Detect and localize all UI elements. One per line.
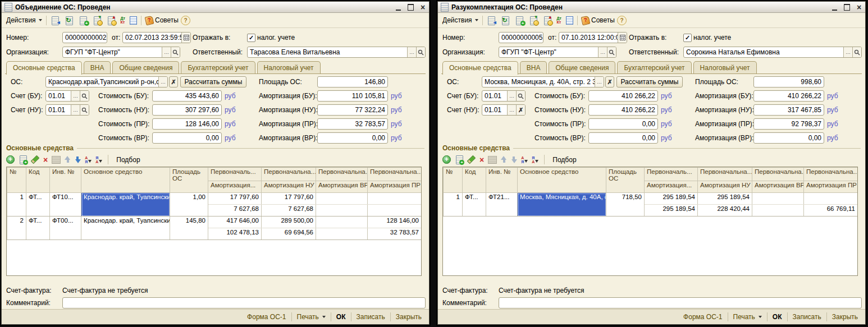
print-button[interactable]: Печать bbox=[728, 313, 767, 321]
amort-nu-field[interactable]: 77 322,24 bbox=[317, 104, 388, 116]
ellipsis-button[interactable]: … bbox=[71, 91, 80, 101]
cost-pr-field[interactable]: 0,00 bbox=[588, 118, 658, 130]
sort-asc-icon[interactable]: АЯ bbox=[85, 156, 92, 164]
dt-kt-button[interactable]: ДтКт bbox=[118, 15, 127, 26]
clear-icon[interactable]: ✗ bbox=[605, 76, 614, 87]
row-asset-selected[interactable]: Москва, Мясницкая, д. 40А, стр. 2 Здание… bbox=[518, 193, 606, 217]
move-up-icon[interactable] bbox=[65, 156, 71, 163]
col-amort-pr[interactable]: Амортизация ПР bbox=[804, 181, 858, 193]
col-num[interactable]: № bbox=[444, 168, 463, 193]
ellipsis-button[interactable]: … bbox=[598, 47, 607, 57]
write-document-button[interactable]: ◄ bbox=[48, 15, 62, 26]
refresh-button[interactable]: ↻ bbox=[499, 15, 513, 26]
col-area[interactable]: Площадь ОС bbox=[170, 168, 208, 193]
calendar-icon[interactable] bbox=[618, 33, 627, 43]
tab-general[interactable]: Общие сведения bbox=[112, 61, 179, 74]
col-asset[interactable]: Основное средство bbox=[518, 168, 606, 193]
search-icon[interactable] bbox=[80, 105, 89, 115]
col-amort-vr[interactable]: Амортизация ВР bbox=[316, 181, 368, 193]
search-icon[interactable] bbox=[171, 47, 180, 57]
date-field[interactable]: 02.07.2013 23:59:59 bbox=[122, 32, 191, 43]
number-field[interactable]: 00000000002 bbox=[62, 32, 107, 43]
maximize-button[interactable] bbox=[843, 4, 850, 11]
col-initial-vr[interactable]: Первоначальна... bbox=[752, 168, 804, 181]
account-nu-field[interactable]: 01.01 … bbox=[45, 104, 89, 116]
ok-button[interactable]: ОК bbox=[768, 313, 787, 321]
actions-menu-button[interactable]: Действия bbox=[4, 15, 44, 26]
search-icon[interactable] bbox=[80, 91, 89, 101]
os-field[interactable]: Москва, Мясницкая, д. 40А, стр. 2 3 … bbox=[482, 76, 604, 87]
tips-button[interactable]: ? Советы bbox=[579, 15, 617, 26]
edit-row-icon[interactable] bbox=[31, 155, 40, 164]
assets-table[interactable]: № Код Инв. № Основное средство Площадь О… bbox=[442, 167, 858, 276]
ellipsis-button[interactable]: … bbox=[162, 47, 171, 57]
responsible-field[interactable]: Сорокина Наталья Ефимовна … bbox=[683, 47, 862, 58]
ellipsis-button[interactable]: … bbox=[507, 91, 516, 101]
col-num[interactable]: № bbox=[7, 168, 26, 193]
copy-button[interactable]: + bbox=[76, 15, 90, 26]
col-amort-pr[interactable]: Амортизация ПР bbox=[368, 181, 422, 193]
move-up-icon[interactable] bbox=[501, 156, 507, 163]
post-button[interactable]: ▼ bbox=[527, 15, 541, 26]
tab-general[interactable]: Общие сведения bbox=[549, 61, 615, 74]
number-field[interactable]: 00000000005 bbox=[499, 32, 543, 43]
cost-vr-field[interactable]: 0,00 bbox=[152, 132, 222, 144]
form-os1-button[interactable]: Форма ОС-1 bbox=[242, 313, 291, 321]
tab-fixed-assets[interactable]: Основные средства bbox=[442, 61, 518, 75]
os-field[interactable]: Краснодар.край,Туапсинский р-он,с … bbox=[45, 76, 168, 87]
post-button[interactable]: ▼ bbox=[90, 15, 104, 26]
tab-vna[interactable]: ВНА bbox=[520, 61, 547, 74]
table-row[interactable]: 1 ФТ... ФТ21... Москва, Мясницкая, д. 40… bbox=[444, 193, 858, 205]
col-inv[interactable]: Инв. № bbox=[486, 168, 518, 193]
actions-menu-button[interactable]: Действия bbox=[440, 15, 481, 26]
ellipsis-button[interactable]: … bbox=[507, 105, 516, 115]
cost-pr-field[interactable]: 128 146,00 bbox=[152, 118, 222, 130]
table-row[interactable]: 2 ФТ... ФТ00... Краснодар. край, Туапсин… bbox=[7, 217, 422, 228]
refresh-button[interactable]: ↻ bbox=[62, 15, 76, 26]
help-icon[interactable]: ? bbox=[181, 16, 190, 25]
maximize-button[interactable] bbox=[407, 4, 414, 11]
delete-row-icon[interactable]: × bbox=[479, 156, 484, 164]
account-nu-field[interactable]: 01.01 … ✗ bbox=[482, 104, 526, 116]
delete-row-icon[interactable]: × bbox=[43, 156, 48, 164]
save-button[interactable]: Записать bbox=[351, 313, 390, 321]
cost-bu-field[interactable]: 435 443,60 bbox=[152, 90, 222, 102]
amort-bu-field[interactable]: 110 105,81 bbox=[317, 90, 388, 102]
close-button[interactable]: × bbox=[856, 4, 862, 11]
ellipsis-button[interactable]: … bbox=[595, 77, 604, 87]
responsible-field[interactable]: Тарасова Елена Витальевна … bbox=[247, 47, 426, 58]
unpost-button[interactable]: ▲ bbox=[541, 15, 555, 26]
area-field[interactable]: 998,60 bbox=[753, 76, 824, 87]
add-row-icon[interactable]: + bbox=[6, 155, 15, 164]
move-down-icon[interactable] bbox=[75, 156, 81, 163]
amort-nu-field[interactable]: 317 467,85 bbox=[753, 104, 824, 116]
sort-desc-icon[interactable]: ЯА bbox=[532, 156, 538, 164]
col-initial-nu[interactable]: Первоначальна... bbox=[262, 168, 316, 181]
journal-button[interactable] bbox=[127, 15, 139, 26]
amort-vr-field[interactable]: 0,00 bbox=[753, 132, 824, 144]
copy-row-icon[interactable]: + bbox=[455, 155, 463, 164]
end-edit-icon[interactable] bbox=[488, 156, 497, 164]
calculate-sums-button[interactable]: Рассчитать суммы bbox=[180, 76, 246, 87]
col-amort-vr[interactable]: Амортизация ВР bbox=[752, 181, 804, 193]
sort-desc-icon[interactable]: ЯА bbox=[95, 156, 102, 164]
titlebar[interactable]: Объединение ОС: Проведен × bbox=[2, 2, 429, 13]
write-document-button[interactable]: ◄ bbox=[485, 15, 499, 26]
col-code[interactable]: Код bbox=[26, 168, 50, 193]
dt-kt-button[interactable]: ДтКт bbox=[555, 15, 564, 26]
col-initial-pr[interactable]: Первоначальна... bbox=[804, 168, 858, 181]
comment-field[interactable] bbox=[499, 297, 862, 308]
col-initial-nu[interactable]: Первоначальна... bbox=[698, 168, 752, 181]
tab-tax[interactable]: Налоговый учет bbox=[257, 61, 321, 74]
tab-accounting[interactable]: Бухгалтерский учет bbox=[617, 61, 691, 74]
table-row[interactable]: 1 ФТ... ФТ10... Краснодар. край, Туапсин… bbox=[7, 193, 422, 205]
search-icon[interactable] bbox=[607, 47, 616, 57]
col-initial-pr[interactable]: Первоначальна... bbox=[368, 168, 422, 181]
cost-nu-field[interactable]: 410 266,22 bbox=[588, 104, 658, 116]
col-initial-vr[interactable]: Первоначальна... bbox=[316, 168, 368, 181]
search-icon[interactable] bbox=[852, 47, 861, 57]
titlebar[interactable]: Разукомплектация ОС: Проведен × bbox=[438, 2, 865, 13]
row-asset-selected[interactable]: Краснодар. край, Туапсинский р-он, с.Бжи… bbox=[81, 193, 170, 217]
close-form-button[interactable]: Закрыть bbox=[391, 313, 427, 321]
calculate-sums-button[interactable]: Рассчитать суммы bbox=[616, 76, 683, 87]
